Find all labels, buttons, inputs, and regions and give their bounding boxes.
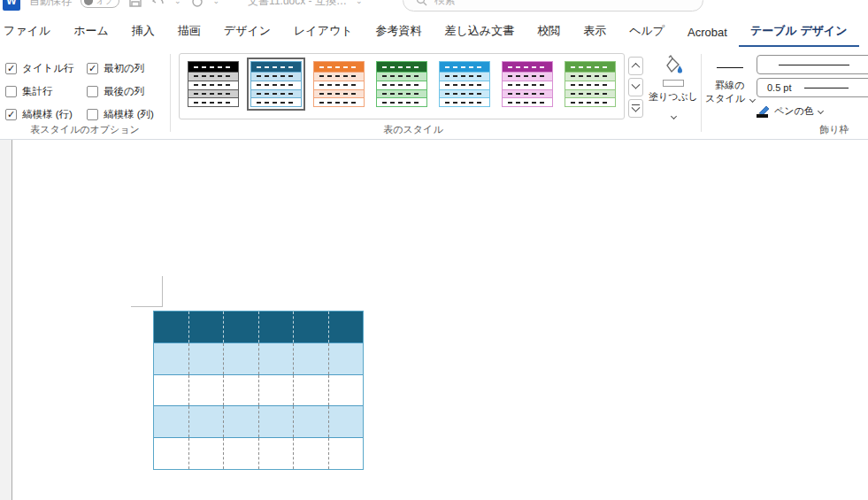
line-weight-value: 0.5 pt [767, 82, 792, 93]
table-cell[interactable] [223, 438, 258, 469]
table-cell[interactable] [293, 375, 328, 406]
redo-icon[interactable] [190, 0, 204, 8]
tab-8[interactable]: 校閲 [526, 17, 572, 47]
undo-dropdown-icon[interactable]: ⌄ [174, 0, 181, 5]
table-cell[interactable] [328, 406, 364, 437]
checkbox-0[interactable]: ✓タイトル行 [5, 62, 87, 75]
table-row[interactable] [154, 405, 363, 437]
autosave-toggle[interactable]: オフ [81, 0, 119, 8]
line-style-sample-icon [779, 65, 849, 65]
table-cell[interactable] [154, 406, 188, 437]
checkbox-3[interactable]: ✓最初の列 [87, 62, 168, 75]
table-cell[interactable] [293, 438, 328, 469]
gallery-scroll-up-button[interactable] [628, 57, 643, 75]
table-cell[interactable] [154, 312, 188, 342]
table-row[interactable] [154, 437, 363, 469]
checkbox-1[interactable]: 集計行 [5, 85, 87, 98]
table-cell[interactable] [154, 438, 188, 469]
ribbon-options-dropdown-icon[interactable]: ⌄ [213, 0, 220, 5]
save-icon[interactable] [128, 0, 142, 8]
table-cell[interactable] [293, 406, 328, 437]
tab-5[interactable]: レイアウト [282, 17, 365, 47]
shading-button[interactable]: 塗りつぶし [649, 55, 698, 135]
table-cell[interactable] [258, 312, 294, 342]
table-cell[interactable] [258, 406, 294, 437]
table-cell[interactable] [223, 375, 258, 406]
tab-4[interactable]: デザイン [212, 17, 282, 47]
table-cell[interactable] [328, 343, 364, 374]
tab-2[interactable]: 挿入 [120, 17, 166, 47]
table-cell[interactable] [223, 343, 258, 374]
document-title[interactable]: 文書11.docx - 互換… [248, 0, 347, 9]
document-canvas[interactable] [0, 140, 868, 500]
search-input[interactable]: 検索 [403, 0, 703, 12]
checkbox-checked-icon: ✓ [87, 63, 98, 74]
checkbox-label: 縞模様 (列) [104, 108, 154, 121]
chevron-up-icon [632, 63, 641, 72]
tab-11[interactable]: Acrobat [676, 17, 739, 47]
word-window: W 自動保存 オフ ⌄ ⌄ 文書11.docx - 互換… ⌄ 検索 ファイルホ… [0, 0, 868, 500]
chevron-down-icon [672, 106, 676, 122]
group-label-table-style-options: 表スタイルのオプション [0, 123, 170, 136]
title-dropdown-icon[interactable]: ⌄ [356, 0, 363, 5]
tab-0[interactable]: ファイル [0, 17, 62, 47]
line-weight-combobox[interactable]: 0.5 pt [757, 78, 868, 97]
table-row[interactable] [154, 342, 363, 374]
text-boundary-corner-mark [131, 306, 163, 307]
table-style-grid-orange[interactable] [313, 61, 365, 107]
table-style-grid-teal-blue[interactable] [250, 61, 302, 107]
border-styles-button[interactable]: 罫線の スタイル [704, 57, 756, 135]
tab-1[interactable]: ホーム [62, 17, 120, 47]
table-cell[interactable] [328, 375, 364, 406]
table-style-grid-purple[interactable] [502, 61, 553, 107]
table-cell[interactable] [188, 343, 224, 374]
tab-9[interactable]: 表示 [572, 17, 618, 47]
table-cell[interactable] [258, 343, 294, 374]
checkbox-unchecked-icon [5, 86, 17, 97]
undo-icon[interactable] [151, 0, 165, 8]
chevron-down-icon [749, 96, 756, 103]
table-cell[interactable] [188, 406, 224, 437]
page-left-edge [0, 140, 12, 500]
checkbox-4[interactable]: 最後の列 [87, 85, 168, 98]
ribbon-tab-bar: ファイルホーム挿入描画デザインレイアウト参考資料差し込み文書校閲表示ヘルプAcr… [0, 12, 868, 50]
shading-color-bar-icon [663, 80, 684, 87]
table-style-grid-black[interactable] [188, 61, 239, 107]
tab-contextual-12[interactable]: テーブル デザイン [739, 17, 859, 47]
table-style-grid-light-blue[interactable] [439, 61, 490, 107]
table-cell[interactable] [188, 438, 224, 469]
autosave-label: 自動保存 [29, 0, 72, 9]
tab-6[interactable]: 参考資料 [365, 17, 434, 47]
table-row[interactable] [154, 312, 363, 342]
tab-3[interactable]: 描画 [166, 17, 212, 47]
table-cell[interactable] [293, 312, 328, 342]
checkbox-2[interactable]: ✓縞模様 (行) [5, 108, 87, 121]
gallery-more-button[interactable] [628, 99, 643, 118]
checkbox-5[interactable]: 縞模様 (列) [87, 108, 168, 121]
line-style-combobox[interactable] [757, 55, 868, 74]
gallery-scroll-down-button[interactable] [628, 78, 643, 96]
tab-contextual-13[interactable]: テーブル レイアウト [859, 17, 868, 47]
table-cell[interactable] [293, 343, 328, 374]
table-style-options-group: ✓タイトル行集計行✓縞模様 (行)✓最初の列最後の列縞模様 (列) [5, 57, 168, 126]
table-cell[interactable] [188, 312, 224, 342]
table-style-grid-green[interactable] [565, 61, 616, 107]
tab-7[interactable]: 差し込み文書 [434, 17, 526, 47]
pen-color-button[interactable]: ペンの色 [757, 101, 823, 120]
table-cell[interactable] [154, 343, 188, 374]
checkbox-label: 集計行 [22, 85, 53, 98]
table-cell[interactable] [223, 312, 258, 342]
table-cell[interactable] [328, 438, 364, 469]
table-cell[interactable] [328, 312, 364, 342]
table-row[interactable] [154, 374, 363, 406]
table-cell[interactable] [188, 375, 224, 406]
table-cell[interactable] [258, 438, 294, 469]
document-table[interactable] [153, 311, 364, 470]
border-styles-label-line1: 罫線の [715, 80, 744, 90]
table-cell[interactable] [154, 375, 188, 406]
table-style-grid-dark-green[interactable] [376, 61, 427, 107]
table-cell[interactable] [223, 406, 258, 437]
table-cell[interactable] [258, 375, 294, 406]
gallery-scrollbar [628, 57, 643, 118]
tab-10[interactable]: ヘルプ [618, 17, 676, 47]
